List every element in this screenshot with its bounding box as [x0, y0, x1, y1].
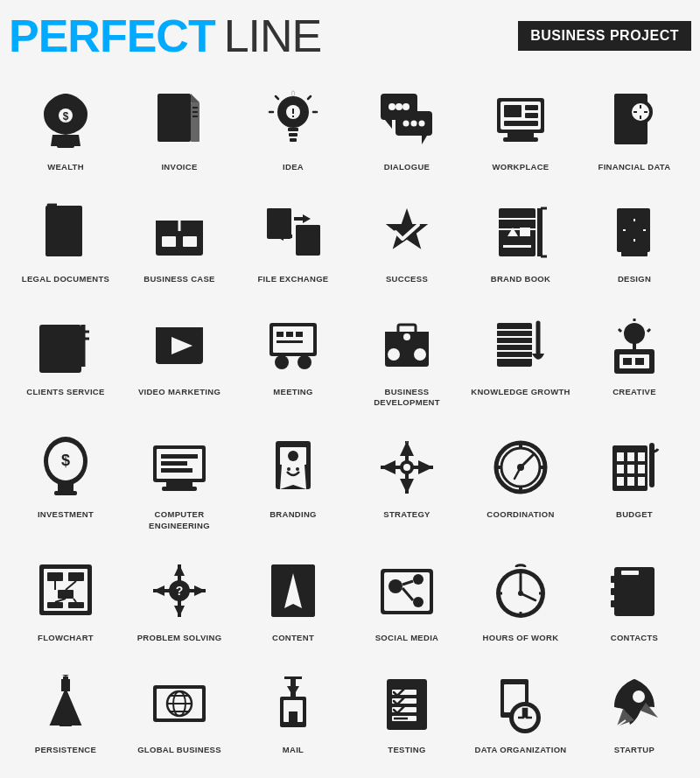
svg-rect-67: [162, 236, 176, 247]
business-case-icon: [144, 197, 214, 267]
svg-point-201: [413, 574, 424, 585]
svg-rect-13: [192, 116, 198, 117]
svg-line-20: [308, 96, 311, 99]
icon-social-media: SOCIAL MEDIA: [350, 547, 464, 650]
icon-coordination: COORDINATION: [464, 424, 578, 538]
workplace-icon: [486, 85, 556, 155]
financial-data-label: FINANCIAL DATA: [598, 162, 671, 172]
social-media-icon: [372, 556, 442, 626]
svg-rect-173: [638, 465, 645, 473]
svg-rect-60: [50, 230, 69, 233]
persistence-icon: [31, 668, 101, 738]
svg-rect-104: [276, 340, 303, 343]
invoice-icon: [144, 85, 214, 155]
icon-meeting: MEETING: [236, 301, 350, 416]
svg-point-106: [298, 355, 312, 369]
icon-brand-book: BRAND BOOK: [464, 188, 578, 291]
svg-point-113: [413, 347, 427, 361]
svg-point-30: [396, 103, 402, 110]
video-marketing-label: VIDEO MARKETING: [138, 387, 220, 397]
svg-rect-134: [54, 491, 77, 495]
icon-problem-solving: ? PROBLEM SOLVING: [122, 547, 236, 650]
dialogue-icon: [372, 85, 442, 155]
svg-rect-138: [162, 487, 197, 491]
strategy-label: STRATEGY: [383, 509, 430, 520]
invoice-label: INVOICE: [161, 162, 197, 172]
icon-persistence: PERSISTENCE: [9, 659, 122, 762]
svg-rect-178: [47, 572, 63, 581]
svg-rect-81: [503, 245, 531, 248]
hours-of-work-icon: [486, 556, 556, 626]
svg-rect-167: [617, 465, 624, 473]
svg-rect-91: [621, 249, 648, 256]
icon-creative: CREATIVE: [578, 301, 691, 416]
icon-strategy: STRATEGY: [350, 424, 464, 538]
svg-rect-166: [617, 452, 624, 461]
meeting-label: MEETING: [273, 387, 312, 397]
svg-point-218: [626, 576, 643, 593]
svg-point-36: [419, 121, 425, 127]
legal-documents-icon: [31, 197, 101, 267]
svg-rect-217: [611, 600, 616, 607]
svg-marker-236: [287, 686, 299, 697]
svg-rect-215: [611, 576, 616, 583]
svg-rect-216: [611, 588, 616, 595]
svg-point-202: [413, 597, 424, 607]
knowledge-growth-label: KNOWLEDGE GROWTH: [471, 387, 570, 397]
flowchart-icon: [31, 556, 101, 626]
svg-rect-9: [161, 130, 178, 133]
svg-point-31: [402, 103, 410, 110]
icon-testing: TESTING: [350, 659, 464, 762]
svg-marker-150: [400, 441, 414, 456]
contacts-icon: [599, 556, 669, 626]
social-media-label: SOCIAL MEDIA: [375, 633, 439, 643]
svg-text:$: $: [61, 452, 70, 469]
knowledge-growth-icon: [486, 310, 556, 380]
icon-invoice: INVOICE: [122, 76, 236, 179]
svg-point-105: [275, 355, 289, 369]
svg-rect-43: [508, 133, 534, 137]
icon-investment: $ INVESTMENT: [9, 424, 122, 538]
svg-text:$: $: [63, 110, 69, 123]
problem-solving-label: PROBLEM SOLVING: [137, 633, 222, 643]
svg-rect-39: [504, 105, 522, 117]
svg-rect-169: [627, 452, 634, 461]
svg-point-249: [633, 690, 645, 703]
icon-dialogue: DIALOGUE: [350, 76, 464, 179]
svg-point-93: [52, 330, 69, 347]
header-title: PERFECT LINE: [9, 13, 321, 59]
svg-marker-33: [422, 136, 427, 144]
icons-grid: $ WEALTH INVOICE IDEA DIALOGUE: [9, 76, 691, 763]
mail-icon: [258, 668, 328, 738]
svg-rect-41: [525, 113, 538, 118]
svg-rect-80: [520, 228, 530, 236]
svg-rect-42: [504, 121, 538, 126]
svg-rect-4: [161, 100, 178, 102]
svg-rect-11: [192, 107, 198, 109]
icon-data-organization: DATA ORGANIZATION: [464, 659, 578, 762]
design-label: DESIGN: [618, 274, 651, 284]
icon-financial-data: FINANCIAL DATA: [578, 76, 691, 179]
coordination-icon: [486, 432, 556, 502]
svg-line-21: [276, 96, 278, 99]
icon-workplace: WORKPLACE: [464, 76, 578, 179]
title-rest: LINE: [224, 13, 322, 59]
wealth-label: WEALTH: [47, 162, 84, 172]
icon-wealth: $ WEALTH: [9, 76, 122, 179]
investment-label: INVESTMENT: [38, 509, 94, 520]
testing-icon: [372, 668, 442, 738]
svg-rect-102: [286, 332, 293, 337]
svg-rect-180: [58, 590, 74, 599]
video-marketing-icon: [144, 310, 214, 380]
business-case-label: BUSINESS CASE: [144, 274, 215, 284]
icon-business-case: BUSINESS CASE: [122, 188, 236, 291]
investment-icon: $: [31, 432, 101, 502]
svg-line-128: [648, 329, 650, 332]
svg-rect-68: [183, 236, 197, 247]
idea-label: IDEA: [283, 162, 304, 172]
icon-content: CONTENT: [236, 547, 350, 650]
icon-file-exchange: FILE EXCHANGE: [236, 188, 350, 291]
svg-point-200: [388, 579, 402, 593]
svg-marker-191: [153, 585, 164, 596]
svg-rect-7: [161, 118, 180, 121]
